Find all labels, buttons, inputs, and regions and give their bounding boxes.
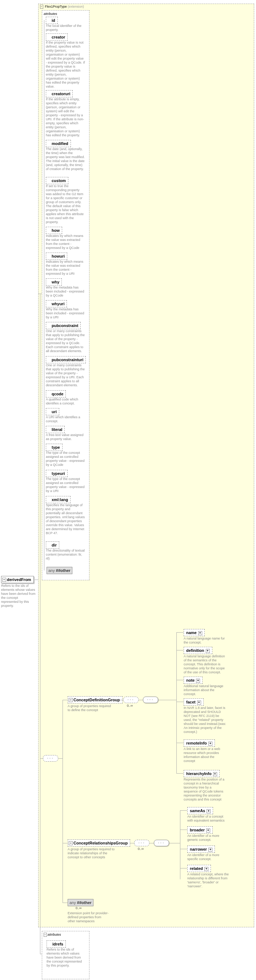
collapse-icon[interactable]: − (40, 5, 43, 9)
child-sameas-desc: An identifier of a concept with equivale… (187, 815, 229, 822)
attr-xml-lang[interactable]: xml:lang (46, 496, 70, 503)
attr-howuri[interactable]: howuri (46, 253, 67, 260)
child-name-desc: A natural language name for the concept. (184, 636, 226, 644)
attr-idrefs[interactable]: idrefs (46, 940, 66, 948)
expand-icon[interactable]: + (196, 679, 200, 683)
expand-icon[interactable]: + (197, 701, 201, 705)
child-hierarchyinfo-desc: Represents the position of a concept in … (184, 778, 226, 802)
expand-icon[interactable]: + (198, 631, 202, 635)
attributes-label: attributes (43, 12, 88, 16)
expand-icon[interactable]: + (206, 829, 210, 832)
def-occurs: 0..∞ (127, 704, 133, 708)
expand-icon[interactable]: + (206, 649, 210, 653)
attr-dir-desc: The directionality of textual content (e… (46, 549, 85, 561)
attr-pubconstrainturi-desc: One or many constraints that apply to pu… (46, 363, 85, 387)
attr-pubconstrainturi[interactable]: pubconstrainturi (46, 356, 86, 363)
attr-whyuri-desc: Why the metadata has been included - exp… (46, 307, 85, 320)
attr-qcode[interactable]: qcode (46, 390, 66, 398)
attr-why[interactable]: why (46, 278, 62, 286)
attr-whyuri[interactable]: whyuri (46, 300, 67, 307)
child-narrower-desc: An identifier of a more specific concept… (187, 853, 229, 861)
attr-how-desc: Indicates by which means the value was e… (46, 234, 85, 250)
rel-inner-sequence[interactable] (154, 840, 169, 846)
child-narrower[interactable]: narrower+ (187, 846, 215, 853)
attr-xml-lang-desc: Specifies the language of this property … (46, 503, 85, 535)
collapse-icon[interactable]: − (44, 933, 47, 937)
child-related[interactable]: related+ (187, 865, 211, 872)
extension-type: Flex1PropType (45, 5, 67, 8)
expand-icon[interactable]: + (208, 848, 212, 852)
def-inner-sequence[interactable] (143, 697, 158, 703)
child-remoteinfo[interactable]: remoteInfo+ (184, 740, 215, 747)
group-concept-definition[interactable]: − ConceptDefinitionGroup (68, 696, 123, 703)
child-hierarchyinfo[interactable]: hierarchyInfo+ (184, 770, 220, 777)
main-sequence[interactable] (43, 755, 58, 762)
def-sequence[interactable] (123, 697, 139, 703)
attr-modified-desc: The date (and, optionally, the time) whe… (46, 147, 85, 171)
any-other-desc: Extension point for provider-defined pro… (68, 911, 109, 923)
attr-typeuri-desc: The type of the concept assigned as cont… (46, 477, 85, 493)
collapse-icon[interactable]: − (69, 698, 73, 702)
child-related-desc: A related concept, where the relationshi… (187, 872, 229, 888)
child-note[interactable]: note+ (184, 676, 203, 684)
attr-howuri-desc: Indicates by which means the value was e… (46, 260, 85, 276)
child-definition-desc: A natural language definition of the sem… (184, 654, 226, 675)
any-other-element: any ##other (68, 899, 93, 906)
attr-custom-desc: If set to true the corresponding propert… (46, 184, 85, 224)
attr-type-desc: The type of the concept assigned as cont… (46, 451, 85, 467)
child-name[interactable]: name+ (184, 629, 205, 636)
expand-icon[interactable]: + (208, 741, 212, 746)
attr-uri[interactable]: uri (46, 408, 59, 415)
child-facet-desc: In NAR 1.8 and later, facet is deprecate… (184, 706, 227, 734)
attr-idrefs-desc: Refers to the ids of elements which valu… (46, 948, 85, 968)
collapse-icon[interactable]: − (2, 578, 6, 582)
root-element-label: derivedFrom (7, 578, 31, 582)
attr-custom[interactable]: custom (46, 177, 68, 184)
child-remoteinfo-desc: A link to an item or a web resource whic… (184, 747, 226, 763)
any-other-occurs: 0..∞ (76, 906, 82, 910)
expand-icon[interactable]: + (204, 867, 208, 871)
attr-uri-desc: A URI which identifies a concept. (46, 415, 85, 423)
attr-id[interactable]: id (46, 17, 58, 24)
group-concept-relationships[interactable]: − ConceptRelationshipsGroup (68, 839, 130, 846)
attr-modified[interactable]: modified (46, 140, 71, 147)
attr-creatoruri[interactable]: creatoruri (46, 90, 73, 97)
attr-literal-desc: A free-text value assigned as property v… (46, 433, 85, 441)
child-broader[interactable]: broader+ (187, 826, 213, 834)
attr-creator-desc: If the property value is not defined, sp… (46, 41, 85, 89)
extension-suffix: (extension) (68, 5, 84, 8)
expand-icon[interactable]: + (213, 772, 217, 776)
attr-type[interactable]: type (46, 444, 62, 451)
rel-sequence[interactable] (134, 840, 149, 846)
attr-id-desc: The local identifier of the property. (46, 24, 85, 32)
attr-qcode-desc: A qualified code which identifies a conc… (46, 398, 85, 406)
child-facet[interactable]: facet+ (184, 698, 204, 706)
collapse-icon[interactable]: − (69, 841, 73, 845)
root-element[interactable]: − derivedFrom (1, 576, 34, 583)
root-desc: Refers to the ids of elements whose valu… (1, 584, 36, 608)
attributes-label: attributes (48, 933, 61, 936)
attr-dir[interactable]: dir (46, 541, 59, 549)
child-note-desc: Additional natural language information … (184, 684, 226, 696)
attr-why-desc: Why the metadata has been included - exp… (46, 286, 85, 298)
attr-pubconstraint[interactable]: pubconstraint (46, 322, 81, 329)
extension-header: − Flex1PropType (extension) (38, 4, 254, 9)
attr-pubconstraint-desc: One or many constraints that apply to pu… (46, 329, 85, 353)
rel-occurs: 0..∞ (138, 847, 144, 851)
expand-icon[interactable]: + (206, 809, 211, 813)
attr-creatoruri-desc: If the attribute is empty, specifies whi… (46, 97, 85, 137)
child-broader-desc: An identifier of a more generic concept. (187, 834, 229, 842)
child-sameas[interactable]: sameAs+ (187, 807, 213, 814)
attr-creator[interactable]: creator (46, 33, 68, 41)
group-concept-relationships-desc: A group of properties required to indica… (68, 847, 118, 859)
group-concept-definition-desc: A group of properties required to define… (68, 704, 113, 712)
child-definition[interactable]: definition+ (184, 647, 212, 654)
attr-literal[interactable]: literal (46, 426, 65, 433)
attr-typeuri[interactable]: typeuri (46, 470, 68, 477)
attr-how[interactable]: how (46, 227, 62, 234)
attr-any-other: any ##other (46, 567, 72, 574)
